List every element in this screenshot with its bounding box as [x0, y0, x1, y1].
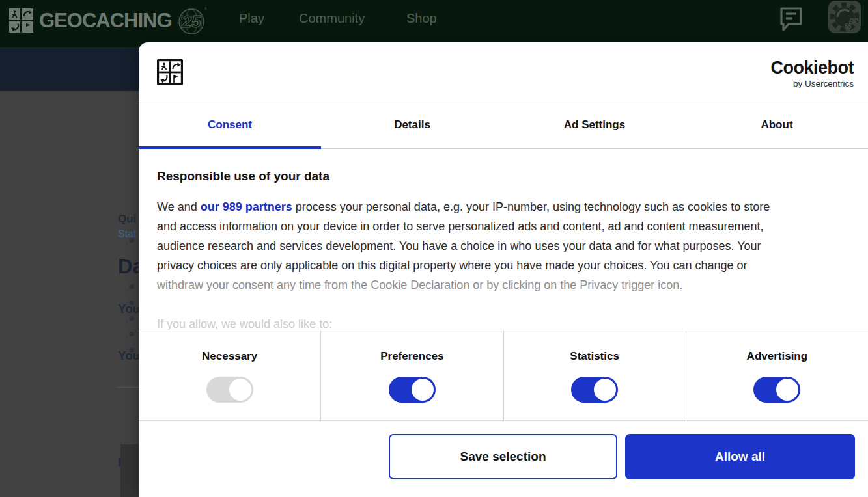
bg-page-title-fragment: Da [118, 255, 139, 278]
bg-divider [118, 387, 139, 388]
bg-list-bullet [130, 284, 134, 289]
toggle-necessary [206, 377, 253, 403]
partners-link[interactable]: our 989 partners [201, 200, 292, 213]
bg-section-heading-fragment: You [118, 302, 139, 316]
consent-faded-line: withdraw your consent any time from the … [157, 278, 682, 291]
toggle-knob [229, 379, 251, 401]
toggle-knob [594, 379, 616, 401]
messages-icon[interactable] [778, 5, 804, 35]
consent-paragraph: We and our 989 partners process your per… [157, 197, 854, 295]
toggle-preferences[interactable] [389, 377, 436, 403]
toggle-advertising[interactable] [753, 377, 800, 403]
save-selection-button[interactable]: Save selection [389, 434, 617, 479]
cookie-consent-dialog: Cookiebot by Usercentrics Consent Detail… [139, 42, 868, 497]
consent-intro-prefix: We and [157, 200, 201, 213]
consent-more-prompt: If you allow, we would also like to: [157, 314, 850, 330]
bg-list-bullet [130, 238, 134, 243]
consent-panel: Responsible use of your data We and our … [139, 149, 868, 330]
allow-all-button[interactable]: Allow all [625, 434, 855, 479]
bg-list-bullet [130, 316, 134, 321]
anniversary-25-badge-icon: 25 + + [176, 5, 207, 37]
category-necessary: Necessary [139, 330, 321, 420]
bg-list-bullet [130, 348, 134, 353]
nav-community[interactable]: Community [299, 0, 365, 47]
cookiebot-byline: by Usercentrics [771, 79, 854, 88]
consent-categories: Necessary Preferences Statistics Adverti… [139, 330, 868, 421]
svg-text:+: + [176, 20, 180, 26]
toggle-knob [776, 379, 798, 401]
category-label: Necessary [139, 350, 320, 363]
dialog-footer: Save selection Allow all [139, 421, 868, 497]
dialog-header: Cookiebot by Usercentrics [139, 42, 868, 103]
geocaching-grid-icon [9, 8, 34, 33]
cookiebot-wordmark: Cookiebot [771, 58, 854, 78]
bg-section-heading-fragment: You [118, 349, 139, 363]
tab-about[interactable]: About [686, 103, 868, 148]
category-statistics: Statistics [504, 330, 686, 420]
brand-wordmark: GEOCACHING [39, 9, 172, 33]
tab-details[interactable]: Details [321, 103, 503, 148]
category-label: Advertising [686, 350, 868, 363]
tab-consent[interactable]: Consent [139, 103, 321, 148]
user-avatar-badge[interactable]: RP 55 [828, 0, 861, 36]
toggle-knob [412, 379, 434, 401]
tab-ad-settings[interactable]: Ad Settings [503, 103, 686, 148]
category-label: Statistics [504, 350, 686, 363]
cookiebot-logo[interactable]: Cookiebot by Usercentrics [771, 58, 854, 88]
site-logo[interactable]: GEOCACHING 25 + + [9, 5, 207, 37]
bg-breadcrumb-fragment: Qui [118, 213, 136, 226]
category-preferences: Preferences [321, 330, 503, 420]
svg-text:25: 25 [181, 12, 201, 31]
category-label: Preferences [321, 350, 503, 363]
dimmed-page-background: Qui Stat Da You You Re [0, 91, 139, 497]
nav-play[interactable]: Play [239, 0, 264, 47]
toggle-statistics[interactable] [571, 377, 618, 403]
svg-text:+: + [204, 5, 207, 12]
site-header: GEOCACHING 25 + + Play Community Shop [0, 0, 868, 47]
nav-shop[interactable]: Shop [406, 0, 437, 47]
bg-map-block [120, 444, 139, 497]
page: GEOCACHING 25 + + Play Community Shop [0, 0, 868, 497]
category-advertising: Advertising [686, 330, 868, 420]
consent-heading: Responsible use of your data [157, 168, 850, 184]
dialog-tabs: Consent Details Ad Settings About [139, 103, 868, 149]
geocaching-logo-icon[interactable] [157, 59, 183, 85]
bg-list-bullet [130, 301, 134, 305]
bg-list-bullet [130, 332, 134, 336]
avatar-55-text: 55 [844, 23, 852, 30]
